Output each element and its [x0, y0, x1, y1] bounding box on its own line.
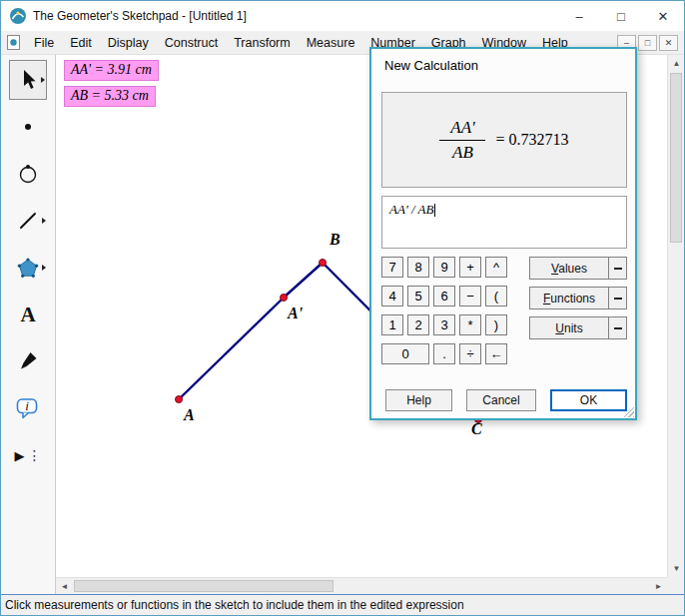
minimize-button[interactable]: –: [558, 1, 600, 31]
keypad-key-+[interactable]: +: [459, 257, 481, 278]
point-tool[interactable]: [9, 107, 47, 147]
keypad-key-÷[interactable]: ÷: [459, 343, 481, 364]
document-icon: [7, 35, 20, 50]
vertical-scroll-thumb[interactable]: [670, 73, 682, 243]
point-A[interactable]: [176, 396, 183, 403]
calculator-keypad: 789+^456−(123*)0.÷←: [381, 257, 507, 364]
point-label-A-prime[interactable]: A': [288, 305, 303, 322]
marker-tool[interactable]: [9, 341, 47, 381]
info-bubble-icon: i: [16, 397, 40, 420]
dialog-title: New Calculation: [371, 49, 635, 73]
keypad-key-3[interactable]: 3: [433, 314, 455, 335]
keypad-key-([interactable]: (: [485, 286, 507, 307]
ok-button[interactable]: OK: [550, 389, 627, 411]
expression-input[interactable]: AA' / AB: [381, 196, 627, 249]
dropdown-dash-icon: [608, 288, 626, 308]
point-label-B[interactable]: B: [330, 231, 341, 249]
dropdown-label: Functions: [530, 292, 608, 306]
scroll-down-icon[interactable]: ▼: [668, 560, 685, 577]
flyout-arrow-icon: [42, 265, 46, 271]
segment-A-Aprime[interactable]: [179, 298, 284, 399]
keypad-key-7[interactable]: 7: [381, 257, 403, 278]
menu-item-measure[interactable]: Measure: [299, 33, 363, 53]
information-tool[interactable]: i: [9, 388, 47, 428]
marker-pen-icon: [17, 350, 39, 372]
mdi-restore-button[interactable]: □: [638, 35, 657, 51]
menu-item-file[interactable]: File: [26, 33, 62, 53]
keypad-key-8[interactable]: 8: [407, 257, 429, 278]
circle-icon: [17, 162, 39, 186]
titlebar: The Geometer's Sketchpad - [Untitled 1] …: [1, 1, 684, 31]
segment-icon: [17, 210, 39, 232]
mdi-close-button[interactable]: ✕: [659, 35, 678, 51]
horizontal-scrollbar[interactable]: ◄ ►: [56, 577, 667, 594]
text-caret-icon: [434, 204, 435, 217]
vertical-scrollbar[interactable]: ▲ ▼: [667, 55, 684, 577]
selection-arrow-tool[interactable]: [9, 60, 47, 100]
status-text: Click measurements or functions in the s…: [5, 598, 464, 612]
keypad-key-4[interactable]: 4: [381, 286, 403, 307]
keypad-key-−[interactable]: −: [459, 286, 481, 307]
fraction-denominator: AB: [452, 143, 473, 163]
keypad-key-1[interactable]: 1: [381, 314, 403, 335]
point-label-A[interactable]: A: [184, 406, 195, 424]
fraction-numerator: AA': [450, 118, 474, 138]
dropdown-dash-icon: [608, 258, 626, 279]
straightedge-tool[interactable]: [9, 201, 47, 241]
scroll-left-icon[interactable]: ◄: [56, 578, 73, 595]
dropdown-label: Values: [530, 262, 608, 276]
dropdown-dash-icon: [608, 317, 626, 338]
values-dropdown-button[interactable]: Values: [529, 257, 627, 280]
keypad-key-6[interactable]: 6: [433, 286, 455, 307]
measurement-AB[interactable]: AB = 5.33 cm: [64, 86, 156, 107]
menu-item-transform[interactable]: Transform: [226, 33, 299, 53]
custom-tool[interactable]: ▶⋮: [9, 435, 47, 475]
help-button[interactable]: Help: [385, 389, 452, 411]
menu-item-edit[interactable]: Edit: [62, 33, 100, 53]
units-dropdown-button[interactable]: Units: [529, 316, 627, 339]
pentagon-icon: [17, 257, 40, 280]
measurement-AA-prime[interactable]: AA' = 3.91 cm: [64, 60, 159, 81]
point-A-prime[interactable]: [281, 295, 288, 302]
svg-text:i: i: [25, 398, 29, 413]
scroll-up-icon[interactable]: ▲: [668, 55, 685, 72]
keypad-key-^[interactable]: ^: [485, 257, 507, 278]
fraction-bar: [439, 140, 485, 141]
app-logo-icon: [9, 7, 27, 25]
new-calculation-dialog: New Calculation AA' AB = 0.732713 AA' / …: [369, 47, 637, 420]
custom-tool-icon: ▶⋮: [15, 447, 42, 463]
status-bar: Click measurements or functions in the s…: [1, 594, 684, 615]
point-icon: [25, 124, 31, 130]
keypad-key-)[interactable]: ): [485, 314, 507, 335]
arrow-cursor-icon: [17, 69, 39, 91]
horizontal-scroll-thumb[interactable]: [74, 580, 334, 592]
functions-dropdown-button[interactable]: Functions: [529, 287, 627, 309]
close-button[interactable]: ✕: [642, 1, 684, 31]
maximize-button[interactable]: □: [600, 1, 642, 31]
calculation-result: = 0.732713: [495, 131, 568, 149]
text-tool[interactable]: A: [9, 295, 47, 334]
keypad-key-*[interactable]: *: [459, 314, 481, 335]
menu-item-construct[interactable]: Construct: [157, 33, 227, 53]
polygon-tool[interactable]: [9, 248, 47, 288]
app-window: The Geometer's Sketchpad - [Untitled 1] …: [0, 0, 685, 616]
keypad-key-.[interactable]: .: [433, 343, 455, 364]
point-label-C[interactable]: C: [471, 420, 482, 438]
compass-tool[interactable]: [9, 154, 47, 194]
keypad-key-0[interactable]: 0: [381, 343, 429, 364]
dropdown-label: Units: [530, 321, 608, 335]
calculation-display: AA' AB = 0.732713: [381, 92, 627, 188]
fraction: AA' AB: [439, 118, 485, 163]
keypad-key-←[interactable]: ←: [485, 343, 507, 364]
flyout-arrow-icon: [41, 77, 45, 83]
window-controls: – □ ✕: [558, 1, 684, 31]
keypad-key-2[interactable]: 2: [407, 314, 429, 335]
keypad-key-9[interactable]: 9: [433, 257, 455, 278]
menu-item-display[interactable]: Display: [100, 33, 157, 53]
segment-Aprime-B[interactable]: [284, 263, 323, 298]
scroll-right-icon[interactable]: ►: [650, 578, 667, 595]
scrollbar-corner: [667, 577, 684, 594]
cancel-button[interactable]: Cancel: [466, 389, 536, 411]
keypad-key-5[interactable]: 5: [407, 286, 429, 307]
point-B[interactable]: [320, 260, 327, 267]
